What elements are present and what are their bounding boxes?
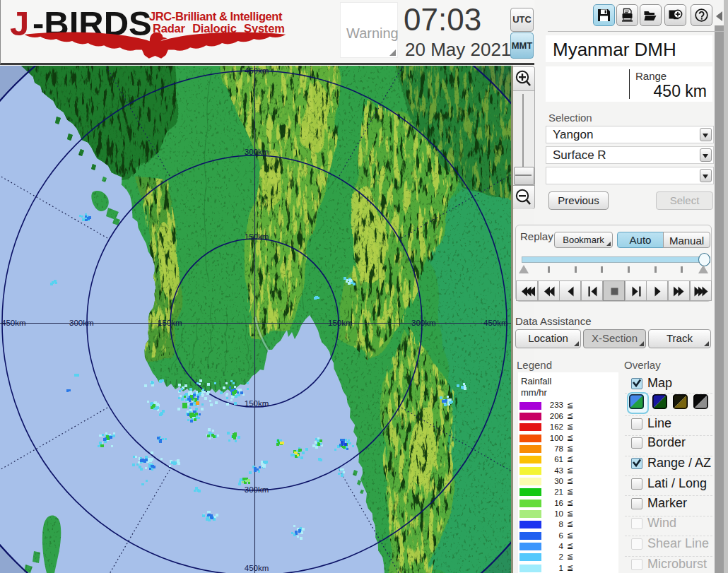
svg-text:300km: 300km (411, 319, 436, 327)
svg-text:JRC-Brilliant & Intelligent: JRC-Brilliant & Intelligent (149, 10, 283, 23)
svg-text:450km: 450km (1, 319, 26, 327)
svg-text:150km: 150km (158, 319, 182, 327)
svg-text:300km: 300km (245, 148, 269, 156)
svg-text:450km: 450km (483, 319, 508, 327)
svg-text:300km: 300km (69, 319, 94, 327)
svg-text:150km: 150km (245, 232, 269, 241)
svg-text:450km: 450km (245, 66, 269, 75)
svg-text:450km: 450km (245, 564, 269, 572)
svg-text:J: J (10, 4, 29, 42)
svg-text:300km: 300km (245, 485, 269, 494)
svg-text:150km: 150km (245, 399, 269, 408)
svg-text:150km: 150km (328, 319, 353, 327)
